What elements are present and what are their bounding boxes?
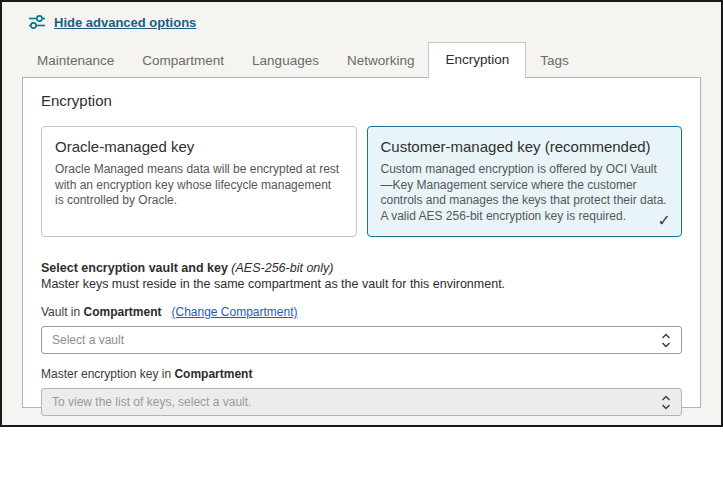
tab-tags[interactable]: Tags [526, 44, 583, 78]
vault-section-heading: Select encryption vault and key (AES-256… [41, 260, 682, 276]
card-title: Oracle-managed key [55, 138, 343, 155]
change-compartment-link[interactable]: (Change Compartment) [171, 305, 297, 319]
master-key-select-placeholder: To view the list of keys, select a vault… [52, 395, 251, 409]
master-key-select[interactable]: To view the list of keys, select a vault… [41, 388, 682, 416]
tab-networking[interactable]: Networking [333, 44, 429, 78]
section-title: Encryption [41, 92, 682, 109]
card-description: Custom managed encryption is offered by … [381, 162, 669, 224]
key-choice-cards: Oracle-managed key Oracle Managed means … [41, 126, 682, 237]
encryption-panel: Encryption Oracle-managed key Oracle Man… [22, 77, 701, 408]
select-chevrons-icon [661, 395, 671, 410]
vault-label-compartment: Compartment [83, 305, 161, 319]
screenshot-frame: Hide advanced options Maintenance Compar… [0, 0, 723, 427]
vault-select[interactable]: Select a vault [41, 326, 682, 354]
hide-advanced-options-link[interactable]: Hide advanced options [54, 15, 196, 30]
vault-section-subtext: Master keys must reside in the same comp… [41, 276, 682, 292]
tab-maintenance[interactable]: Maintenance [23, 44, 128, 78]
master-key-field-label: Master encryption key in Compartment [41, 367, 682, 381]
vault-label-prefix: Vault in [41, 305, 83, 319]
advanced-options-row: Hide advanced options [28, 14, 721, 30]
oracle-managed-key-card[interactable]: Oracle-managed key Oracle Managed means … [41, 126, 357, 237]
select-chevrons-icon [661, 333, 671, 348]
card-title: Customer-managed key (recommended) [381, 138, 669, 155]
tab-compartment[interactable]: Compartment [128, 44, 238, 78]
tab-encryption[interactable]: Encryption [428, 42, 526, 78]
selected-check-icon: ✓ [658, 211, 671, 230]
card-description: Oracle Managed means data will be encryp… [55, 162, 343, 209]
tab-bar: Maintenance Compartment Languages Networ… [22, 42, 701, 78]
sliders-icon [28, 14, 46, 30]
vault-section-heading-text: Select encryption vault and key [41, 261, 228, 275]
master-key-label-compartment: Compartment [174, 367, 252, 381]
vault-select-placeholder: Select a vault [52, 333, 124, 347]
vault-field-label: Vault in Compartment(Change Compartment) [41, 305, 682, 319]
master-key-label-prefix: Master encryption key in [41, 367, 174, 381]
customer-managed-key-card[interactable]: Customer-managed key (recommended) Custo… [367, 126, 683, 237]
tab-languages[interactable]: Languages [238, 44, 333, 78]
vault-section-heading-note: (AES-256-bit only) [228, 261, 334, 275]
